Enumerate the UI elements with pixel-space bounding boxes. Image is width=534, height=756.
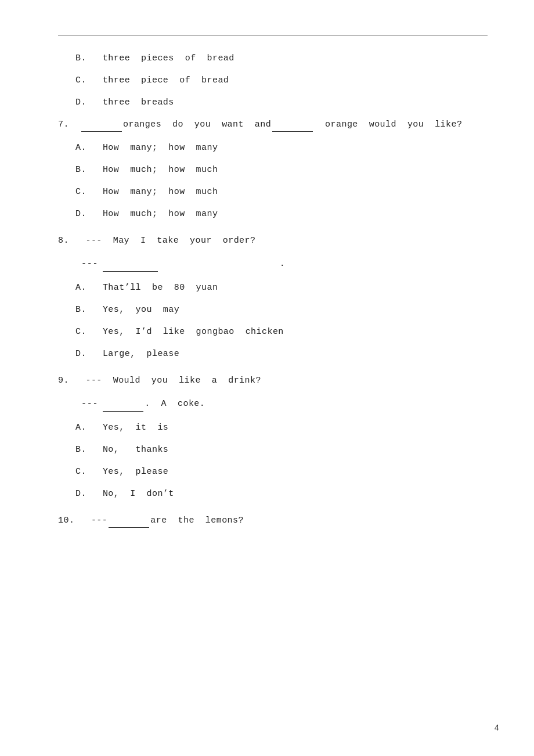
- option-letter: B.: [75, 52, 92, 66]
- question-body: --- Would you like a drink?: [80, 374, 261, 388]
- top-divider: [58, 35, 488, 35]
- option-text: Yes, you may: [92, 303, 179, 317]
- q7-option-d: D. How much; how many: [75, 207, 488, 221]
- option-text: That’ll be 80 yuan: [92, 281, 218, 295]
- dash: ---: [81, 257, 98, 271]
- option-text: three pieces of bread: [92, 52, 234, 66]
- option-text: three breads: [92, 96, 174, 110]
- option-letter: D.: [75, 347, 92, 361]
- blank-8: [103, 257, 158, 272]
- option-letter: C.: [75, 325, 92, 339]
- q9-option-d: D. No, I don’t: [75, 487, 488, 501]
- option-text: How much; how many: [92, 207, 218, 221]
- option-text: How many; how many: [92, 141, 218, 155]
- option-letter: A.: [75, 421, 92, 435]
- question-9: 9. --- Would you like a drink? --- . A c…: [58, 374, 488, 501]
- question-body: oranges do you want and orange would you…: [80, 118, 462, 132]
- q7-option-a: A. How many; how many: [75, 141, 488, 155]
- option-letter: A.: [75, 281, 92, 295]
- option-text: three piece of bread: [92, 74, 229, 88]
- option-letter: B.: [75, 303, 92, 317]
- question-10: 10. ---are the lemons?: [58, 514, 488, 528]
- option-letter: A.: [75, 141, 92, 155]
- option-letter: D.: [75, 207, 92, 221]
- question-8-answer: --- .: [81, 257, 488, 272]
- question-7-text: 7. oranges do you want and orange would …: [58, 118, 488, 132]
- option-c-prev: C. three piece of bread: [75, 74, 488, 88]
- option-letter: C.: [75, 74, 92, 88]
- q7-option-c: C. How many; how much: [75, 185, 488, 199]
- option-letter: B.: [75, 163, 92, 177]
- page-number: 4: [495, 723, 499, 733]
- option-letter: B.: [75, 443, 92, 457]
- q7-option-b: B. How much; how much: [75, 163, 488, 177]
- option-letter: D.: [75, 96, 92, 110]
- question-8-text: 8. --- May I take your order?: [58, 234, 488, 248]
- question-9-answer: --- . A coke.: [81, 397, 488, 412]
- question-body: --- May I take your order?: [80, 234, 255, 248]
- question-number: 10.: [58, 514, 80, 528]
- question-number: 7.: [58, 118, 80, 132]
- question-number: 9.: [58, 374, 80, 388]
- blank-10: [109, 527, 149, 528]
- q8-option-d: D. Large, please: [75, 347, 488, 361]
- option-text: Large, please: [92, 347, 179, 361]
- blank-9: [103, 397, 143, 412]
- option-d-prev: D. three breads: [75, 96, 488, 110]
- option-text: Yes, I’d like gongbao chicken: [92, 325, 284, 339]
- q9-option-a: A. Yes, it is: [75, 421, 488, 435]
- q9-option-b: B. No, thanks: [75, 443, 488, 457]
- option-text: How many; how much: [92, 185, 218, 199]
- option-b-prev: B. three pieces of bread: [75, 52, 488, 66]
- blank-7-1: [81, 131, 122, 132]
- q8-option-c: C. Yes, I’d like gongbao chicken: [75, 325, 488, 339]
- question-body: ---are the lemons?: [80, 514, 244, 528]
- question-7: 7. oranges do you want and orange would …: [58, 118, 488, 221]
- option-text: No, I don’t: [92, 487, 174, 501]
- option-letter: C.: [75, 465, 92, 479]
- blank-7-2: [272, 131, 313, 132]
- option-letter: C.: [75, 185, 92, 199]
- option-text: No, thanks: [92, 443, 168, 457]
- option-text: Yes, please: [92, 465, 168, 479]
- q9-option-c: C. Yes, please: [75, 465, 488, 479]
- q8-option-a: A. That’ll be 80 yuan: [75, 281, 488, 295]
- option-letter: D.: [75, 487, 92, 501]
- question-9-text: 9. --- Would you like a drink?: [58, 374, 488, 388]
- answer-suffix: . A coke.: [145, 397, 205, 411]
- answer-suffix: .: [159, 257, 285, 271]
- option-text: Yes, it is: [92, 421, 168, 435]
- question-8: 8. --- May I take your order? --- . A. T…: [58, 234, 488, 361]
- question-10-text: 10. ---are the lemons?: [58, 514, 488, 528]
- question-number: 8.: [58, 234, 80, 248]
- dash: ---: [81, 397, 98, 411]
- option-text: How much; how much: [92, 163, 218, 177]
- q8-option-b: B. Yes, you may: [75, 303, 488, 317]
